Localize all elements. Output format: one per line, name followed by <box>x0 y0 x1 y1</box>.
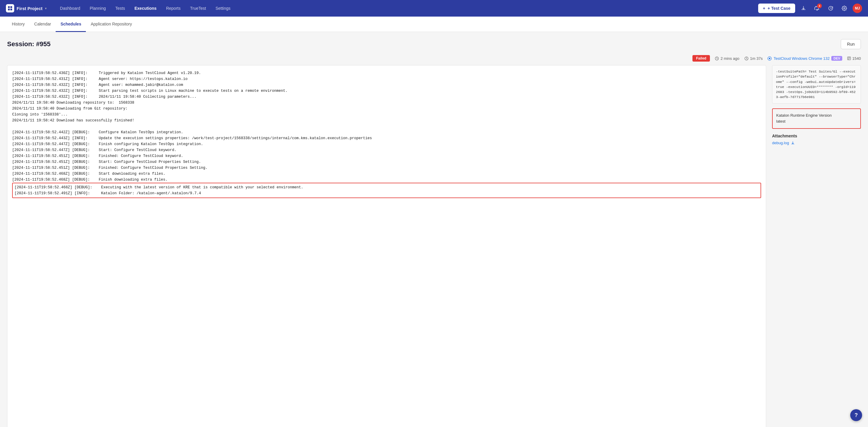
download-button[interactable] <box>798 3 809 13</box>
log-line: [2024-11-11T19:58:52.451Z] [DEBUG]: Star… <box>12 159 761 165</box>
content-area: [2024-11-11T19:58:52.430Z] [INFO]: Trigg… <box>7 65 861 427</box>
svg-rect-2 <box>8 8 10 10</box>
nav-tests[interactable]: Tests <box>111 4 129 13</box>
notification-badge: 3 <box>817 4 822 8</box>
svg-rect-1 <box>10 6 12 8</box>
nav-planning[interactable]: Planning <box>86 4 110 13</box>
log-line: 2024/11/11 19:58:40 Downloading from Git… <box>12 106 761 112</box>
log-line: [2024-11-11T19:58:52.430Z] [INFO]: Trigg… <box>12 70 761 76</box>
log-line: [2024-11-11T19:58:52.432Z] [INFO]: Agent… <box>12 82 761 88</box>
log-line: [2024-11-11T19:58:52.447Z] [DEBUG]: Fini… <box>12 141 761 147</box>
user-avatar[interactable]: MJ <box>852 4 862 13</box>
log-line: 2024/11/11 19:58:42 Download has success… <box>12 118 761 123</box>
sub-navigation: History Calendar Schedules Application R… <box>0 17 868 32</box>
help-button[interactable]: ? <box>850 409 862 421</box>
status-bar: Failed 2 mins ago 1m 37s TestCloud Windo… <box>7 55 861 62</box>
command-box: -testSuitePath= Test Suites/Gl --executi… <box>772 65 861 104</box>
time-ago: 2 mins ago <box>715 56 740 61</box>
log-line: [2024-11-11T19:58:52.447Z] [DEBUG]: Star… <box>12 147 761 153</box>
debug-log-link[interactable]: debug.log <box>772 141 861 145</box>
plus-icon: + <box>763 6 765 11</box>
tab-history[interactable]: History <box>7 17 30 32</box>
top-navigation: First Project ▾ Dashboard Planning Tests… <box>0 0 868 17</box>
log-line: [2024-11-11T19:58:52.432Z] [INFO]: Start… <box>12 88 761 94</box>
log-line: [2024-11-11T19:58:52.432Z] [INFO]: 2024/… <box>12 94 761 100</box>
log-line: Cloning into '1568338'... <box>12 112 761 118</box>
right-panel: -testSuitePath= Test Suites/Gl --executi… <box>766 65 861 427</box>
tab-application-repository[interactable]: Application Repository <box>86 17 136 32</box>
highlighted-log-block: [2024-11-11T19:58:52.468Z] [DEBUG]: Exec… <box>12 183 761 198</box>
svg-point-8 <box>769 58 770 59</box>
nav-truetest[interactable]: TrueTest <box>186 4 210 13</box>
svg-point-4 <box>844 8 845 9</box>
tab-calendar[interactable]: Calendar <box>30 17 56 32</box>
attachment-filename: debug.log <box>772 141 789 145</box>
runtime-engine-box: Katalon Runtime Engine Version latest <box>772 109 861 129</box>
log-line: 2024/11/11 19:58:40 Downloading reposito… <box>12 100 761 106</box>
logo-icon <box>6 4 14 12</box>
tab-schedules[interactable]: Schedules <box>56 17 86 32</box>
run-button[interactable]: Run <box>841 39 861 49</box>
settings-icon-button[interactable] <box>839 3 850 13</box>
nav-links: Dashboard Planning Tests Executions Repo… <box>56 4 758 13</box>
attachments-section: Attachments debug.log <box>772 133 861 145</box>
log-line: [2024-11-11T19:58:52.451Z] [DEBUG]: Fini… <box>12 165 761 171</box>
nav-dashboard[interactable]: Dashboard <box>56 4 85 13</box>
chevron-down-icon: ▾ <box>45 7 46 10</box>
nav-reports[interactable]: Reports <box>162 4 185 13</box>
log-line: [2024-11-11T19:58:52.431Z] [INFO]: Agent… <box>12 76 761 82</box>
history-button[interactable] <box>825 3 836 13</box>
log-line: [2024-11-11T19:58:52.451Z] [DEBUG]: Fini… <box>12 153 761 159</box>
svg-rect-3 <box>10 8 12 10</box>
log-line: [2024-11-11T19:58:52.468Z] [DEBUG]: Fini… <box>12 177 761 183</box>
log-panel[interactable]: [2024-11-11T19:58:52.430Z] [INFO]: Trigg… <box>7 65 766 427</box>
runtime-version: latest <box>776 118 857 125</box>
log-line: [2024-11-11T19:58:52.468Z] [DEBUG]: Star… <box>12 171 761 177</box>
failed-badge: Failed <box>692 55 710 62</box>
test-case-label: + Test Case <box>768 6 790 11</box>
session-header: Session: #955 Run <box>7 39 861 49</box>
test-case-button[interactable]: + + Test Case <box>758 4 795 13</box>
session-title: Session: #955 <box>7 40 51 48</box>
brand-logo[interactable]: First Project ▾ <box>6 4 46 12</box>
nav-settings[interactable]: Settings <box>211 4 235 13</box>
testcloud-info: TestCloud Windows Chrome 132 DEV <box>767 56 842 61</box>
runtime-label: Katalon Runtime Engine Version <box>776 113 857 119</box>
project-name: First Project <box>17 6 43 11</box>
duration: 1m 37s <box>744 56 763 61</box>
dev-badge: DEV <box>831 56 842 61</box>
run-id: 1540 <box>847 56 861 61</box>
notifications-button[interactable]: 3 <box>812 3 823 13</box>
main-content: Session: #955 Run Failed 2 mins ago 1m 3… <box>0 32 868 427</box>
svg-rect-0 <box>8 6 10 8</box>
log-line <box>12 123 761 129</box>
nav-executions[interactable]: Executions <box>130 4 161 13</box>
log-line: [2024-11-11T19:58:52.442Z] [DEBUG]: Conf… <box>12 129 761 135</box>
log-line: [2024-11-11T19:58:52.443Z] [INFO]: Updat… <box>12 135 761 141</box>
attachments-label: Attachments <box>772 133 861 138</box>
topnav-right: + + Test Case 3 MJ <box>758 3 862 13</box>
